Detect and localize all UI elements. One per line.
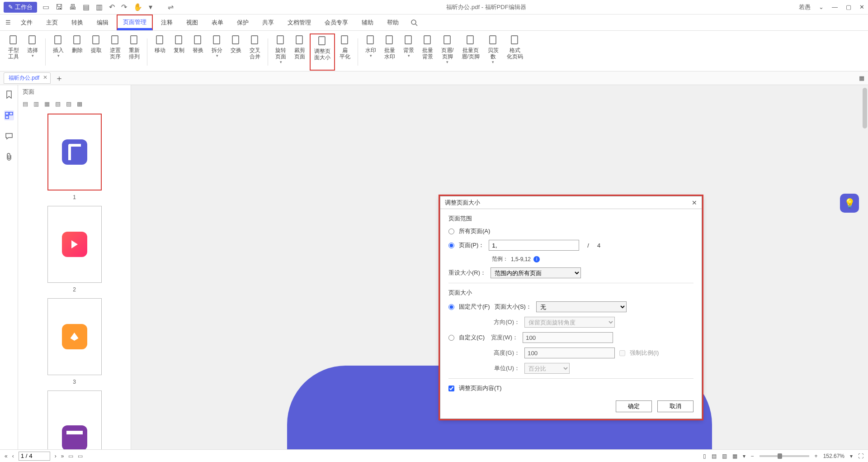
attachment-icon[interactable] — [4, 152, 14, 162]
zoom-dropdown-icon[interactable]: ▾ — [850, 453, 853, 459]
zoom-in-icon[interactable]: + — [815, 453, 818, 459]
ribbon-flatten[interactable]: 扁 平化 — [336, 33, 354, 71]
resize-select[interactable]: 范围内的所有页面 — [491, 267, 581, 278]
ribbon-batch-watermark[interactable]: 批量 水印 — [381, 33, 399, 71]
close-tab-icon[interactable]: ✕ — [43, 74, 47, 81]
page-add2-icon[interactable]: ▥ — [96, 3, 103, 11]
menu-member[interactable]: 会员专享 — [319, 16, 354, 29]
thumb-tool-3-icon[interactable]: ▦ — [44, 100, 50, 107]
hamburger-icon[interactable]: ☰ — [5, 19, 11, 26]
menu-assist[interactable]: 辅助 — [356, 16, 379, 29]
ribbon-bates[interactable]: 贝茨 数▾ — [484, 33, 502, 71]
close-window-icon[interactable]: ✕ — [859, 4, 864, 10]
view-facing-cont-icon[interactable]: ▦ — [732, 453, 737, 459]
minimize-icon[interactable]: — — [832, 4, 838, 10]
view-more-icon[interactable]: ▾ — [743, 453, 745, 459]
ribbon-resize[interactable]: 调整页 面大小 — [310, 33, 335, 71]
pagesize-select[interactable]: 无 — [536, 301, 627, 312]
thumb-tool-4-icon[interactable]: ▧ — [55, 100, 61, 107]
doc-tab[interactable]: 福昕办公.pdf ✕ — [4, 72, 51, 84]
ribbon-rearrange[interactable]: 重新 排列 — [125, 33, 143, 71]
ribbon-reverse[interactable]: 逆置 页序 — [106, 33, 124, 71]
menu-share[interactable]: 共享 — [257, 16, 279, 29]
ribbon-watermark[interactable]: 水印▾ — [362, 33, 380, 71]
ok-button[interactable]: 确定 — [616, 400, 652, 412]
comments-icon[interactable] — [4, 131, 14, 141]
thumbnail-page-1[interactable] — [47, 114, 102, 191]
pages-radio[interactable] — [448, 243, 454, 248]
next-page-icon[interactable]: › — [55, 453, 57, 459]
prev-page-icon[interactable]: ‹ — [12, 453, 14, 459]
all-pages-radio[interactable] — [448, 229, 454, 234]
ribbon-swap[interactable]: 交换 — [227, 33, 245, 71]
help-bubble[interactable]: 💡 — [840, 194, 859, 213]
menu-home[interactable]: 主页 — [41, 16, 63, 29]
nav-tool-1-icon[interactable]: ▭ — [68, 453, 73, 459]
fixed-size-radio[interactable] — [448, 304, 454, 310]
thumb-tool-5-icon[interactable]: ▨ — [66, 100, 71, 107]
thumbnail-page-4[interactable] — [47, 391, 102, 449]
add-tab-icon[interactable]: ＋ — [55, 73, 63, 84]
ribbon-insert[interactable]: 插入▾ — [49, 33, 67, 71]
ribbon-batch-header-footer[interactable]: 批量页 眉/页脚 — [458, 33, 483, 71]
menu-help[interactable]: 帮助 — [382, 16, 404, 29]
page-input[interactable] — [19, 452, 50, 461]
maximize-icon[interactable]: ▢ — [846, 4, 851, 10]
ribbon-delete[interactable]: 删除 — [68, 33, 86, 71]
user-name[interactable]: 若愚 — [799, 3, 811, 11]
first-page-icon[interactable]: « — [5, 453, 8, 459]
ribbon-rotate[interactable]: 旋转 页面▾ — [272, 33, 290, 71]
ribbon-move[interactable]: 移动 — [151, 33, 169, 71]
thumb-tool-2-icon[interactable]: ▥ — [33, 100, 39, 107]
thumb-tool-6-icon[interactable]: ▩ — [77, 100, 82, 107]
thumbnail-scroll[interactable]: 1 2 3 — [18, 109, 131, 449]
ribbon-background[interactable]: 背景▾ — [400, 33, 418, 71]
ribbon-extract[interactable]: 提取 — [87, 33, 105, 71]
menu-doc-manage[interactable]: 文档管理 — [282, 16, 316, 29]
bookmark-icon[interactable] — [4, 90, 14, 100]
view-single-icon[interactable]: ▯ — [703, 453, 706, 459]
pages-input[interactable] — [489, 240, 579, 251]
menu-annotate[interactable]: 注释 — [156, 16, 178, 29]
page-add-icon[interactable]: ▤ — [83, 3, 90, 11]
user-dropdown-icon[interactable]: ⌄ — [819, 4, 824, 10]
hand-icon[interactable]: ✋ — [133, 3, 142, 11]
ribbon-select-tool[interactable]: 选择▾ — [24, 33, 42, 71]
menu-protect[interactable]: 保护 — [231, 16, 254, 29]
menu-edit[interactable]: 编辑 — [91, 16, 114, 29]
tabstrip-tool-icon[interactable]: ▦ — [859, 75, 864, 81]
menu-file[interactable]: 文件 — [15, 16, 38, 29]
open-icon[interactable]: ▭ — [42, 3, 49, 11]
redo-icon[interactable]: ↷ — [121, 3, 127, 11]
thumb-tool-1-icon[interactable]: ▤ — [23, 100, 28, 107]
last-page-icon[interactable]: » — [61, 453, 64, 459]
print-icon[interactable]: 🖶 — [69, 3, 76, 11]
view-cont-icon[interactable]: ▤ — [712, 453, 717, 459]
vertical-scrollbar[interactable] — [863, 88, 867, 129]
ribbon-copy[interactable]: 复制 — [170, 33, 188, 71]
nav-tool-2-icon[interactable]: ▭ — [78, 453, 83, 459]
thumbnails-icon[interactable] — [4, 110, 14, 120]
qat-more-icon[interactable]: ⇌ — [168, 3, 174, 11]
menu-view[interactable]: 视图 — [181, 16, 203, 29]
thumbnail-page-2[interactable] — [47, 206, 102, 283]
qat-dropdown-icon[interactable]: ▾ — [149, 3, 152, 11]
zoom-out-icon[interactable]: − — [751, 453, 754, 459]
dialog-close-icon[interactable]: ✕ — [692, 199, 697, 206]
ribbon-batch-background[interactable]: 批量 背景 — [419, 33, 437, 71]
fullscreen-icon[interactable]: ⛶ — [858, 453, 863, 459]
workspace-button[interactable]: ✎ 工作台 — [4, 2, 37, 13]
dialog-titlebar[interactable]: 调整页面大小 ✕ — [440, 196, 702, 209]
ribbon-hand-tool[interactable]: 手型 工具 — [5, 33, 23, 71]
ribbon-crop[interactable]: 裁剪 页面 — [291, 33, 309, 71]
document-canvas[interactable]: 💡 调整页面大小 ✕ 页面范围 所有页面(A) 页面(P)： / 4 — [131, 85, 868, 449]
custom-size-radio[interactable] — [448, 335, 454, 341]
menu-page-manage[interactable]: 页面管理 — [117, 14, 153, 30]
ribbon-split[interactable]: 拆分▾ — [208, 33, 226, 71]
thumbnail-page-3[interactable] — [47, 298, 102, 375]
view-facing-icon[interactable]: ▥ — [722, 453, 727, 459]
ribbon-format-page-number[interactable]: 格式 化页码 — [503, 33, 527, 71]
search-icon[interactable] — [410, 19, 418, 26]
menu-convert[interactable]: 转换 — [66, 16, 89, 29]
info-icon[interactable]: i — [533, 256, 540, 262]
